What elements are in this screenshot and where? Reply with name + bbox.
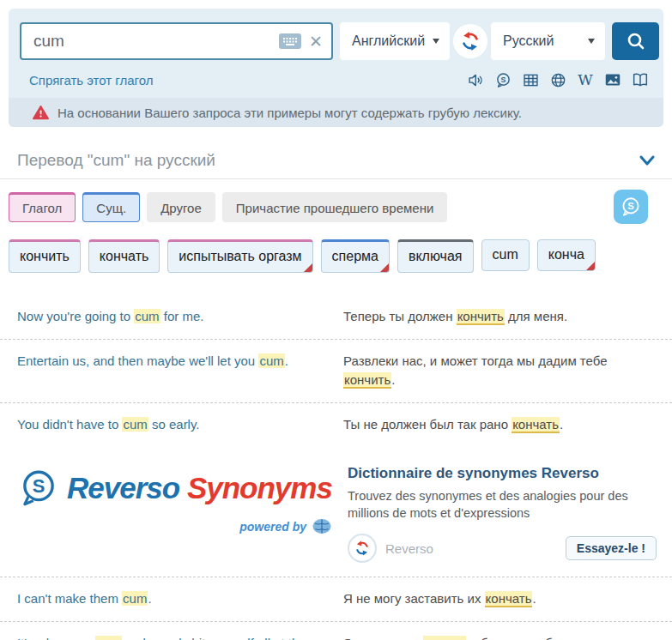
ad-content-block: Dictionnaire de synonymes Reverso Trouve…: [348, 463, 660, 563]
volume-icon[interactable]: [466, 70, 485, 89]
text: You didn't have to: [17, 417, 122, 432]
virtual-keyboard-icon[interactable]: [279, 33, 301, 49]
search-box: ✕: [20, 22, 333, 60]
text: Entertain us, and then maybe we'll let y…: [17, 353, 258, 368]
synonyms-app-button[interactable]: S: [614, 190, 648, 224]
example-source: It's when you cum, puke and shit yoursel…: [17, 634, 343, 640]
example-target: Это когда ты кончил, облевал и обосрался…: [343, 634, 660, 640]
highlighted-translation[interactable]: кончать: [512, 417, 560, 433]
translation-chip[interactable]: cum: [481, 239, 530, 271]
example-row: I can't make them cum. Я не могу застави…: [0, 577, 672, 621]
example-source: Now you're going to cum for me.: [17, 307, 343, 327]
chevron-down-icon: [588, 39, 595, 44]
tab-other[interactable]: Другое: [147, 192, 215, 222]
search-icon: [626, 31, 646, 51]
tools-row: Спрягать этот глагол S: [9, 60, 663, 98]
highlighted-term[interactable]: cum: [122, 591, 148, 606]
reverso-circle-icon: [348, 534, 377, 563]
logo-reverso: Reverso: [67, 471, 179, 504]
web-globe-icon[interactable]: [548, 70, 567, 89]
tab-verb[interactable]: Глагол: [9, 192, 76, 222]
example-row: Now you're going to cum for me. Теперь т…: [0, 295, 672, 339]
translation-chip[interactable]: включая: [397, 239, 474, 273]
text: .: [391, 372, 395, 387]
highlighted-term[interactable]: cum: [134, 309, 160, 323]
example-target: Я не могу заставить их кончать.: [343, 589, 660, 609]
translation-chip[interactable]: кончить: [9, 239, 81, 273]
ad-brand-name: Reverso: [385, 541, 433, 556]
highlighted-translation[interactable]: кончил: [423, 636, 466, 640]
collapse-section-button[interactable]: [638, 153, 657, 168]
translation-section-header: Перевод "cum" на русский: [0, 136, 672, 179]
highlighted-term[interactable]: cum: [258, 353, 284, 368]
svg-text:S: S: [33, 475, 45, 497]
example-row: You didn't have to cum so early. Ты не д…: [0, 403, 672, 447]
powered-by-row: powered by: [17, 518, 332, 534]
example-target: Развлеки нас, и может тогда мы дадим теб…: [343, 352, 660, 390]
target-language-select[interactable]: Русский: [491, 22, 605, 60]
examples-bottom: I can't make them cum. Я не могу застави…: [0, 577, 672, 640]
ad-brand: Reverso: [348, 534, 433, 563]
ad-bottom-row: Reverso Essayez-le !: [348, 534, 660, 563]
text: .: [285, 353, 288, 368]
highlighted-translation[interactable]: кончить: [343, 372, 391, 389]
example-target: Теперь ты должен кончить для меня.: [343, 307, 660, 327]
swap-languages-button[interactable]: [453, 24, 487, 58]
tab-noun[interactable]: Сущ.: [82, 192, 140, 222]
synonyms-ad-banner[interactable]: S Reverso Synonyms powered by Dictionnai…: [0, 446, 672, 577]
search-button[interactable]: [612, 22, 659, 60]
highlighted-translation[interactable]: кончать: [485, 591, 533, 607]
synonyms-bubble-icon: S: [618, 194, 644, 220]
search-row: ✕ Английский Русский: [9, 22, 663, 60]
powered-by-label: powered by: [239, 520, 306, 534]
images-icon[interactable]: [603, 70, 622, 89]
text: Я не могу заставить их: [343, 591, 485, 606]
translation-chip[interactable]: испытывать оргазм: [167, 239, 312, 273]
example-row: Entertain us, and then maybe we'll let y…: [0, 340, 672, 402]
ad-heading: Dictionnaire de synonymes Reverso: [348, 465, 660, 482]
wikipedia-icon[interactable]: W: [576, 70, 595, 89]
toolbar-icon-strip: S W: [466, 70, 650, 89]
logo-synonyms: Synonyms: [187, 471, 332, 504]
source-language-label: Английский: [352, 33, 425, 49]
table-icon[interactable]: [521, 70, 540, 89]
section-title: Перевод "cum" на русский: [17, 151, 215, 170]
example-target: Ты не должен был так рано кончать.: [343, 415, 660, 435]
highlighted-term[interactable]: cum: [95, 636, 121, 640]
example-source: I can't make them cum.: [17, 589, 343, 609]
highlighted-translation[interactable]: кончить: [457, 309, 505, 325]
chevron-down-icon: [433, 39, 439, 44]
synonyms-bubble-icon[interactable]: S: [493, 70, 512, 89]
translation-chip[interactable]: сперма: [321, 239, 390, 273]
tab-past-participle[interactable]: Причастие прошедшего времени: [222, 192, 448, 222]
dictionary-book-icon[interactable]: [631, 70, 650, 89]
text: Ты не должен был так рано: [343, 417, 512, 432]
text: .: [560, 417, 563, 432]
source-language-select[interactable]: Английский: [340, 22, 450, 60]
translation-chips: кончить кончать испытывать оргазм сперма…: [0, 224, 672, 285]
brain-icon: [312, 518, 332, 534]
translation-chip[interactable]: конча: [537, 239, 596, 271]
text: .: [532, 591, 536, 606]
translation-chip[interactable]: кончать: [88, 239, 160, 273]
highlighted-term[interactable]: cum: [122, 417, 148, 432]
pos-filter-tabs: Глагол Сущ. Другое Причастие прошедшего …: [0, 179, 672, 224]
example-source: Entertain us, and then maybe we'll let y…: [17, 352, 343, 390]
ad-body: Trouvez des synonymes et des analogies p…: [348, 488, 648, 522]
text: Теперь ты должен: [343, 309, 457, 323]
rude-content-warning: На основании Вашего запроса эти примеры …: [9, 98, 663, 127]
svg-text:S: S: [627, 201, 634, 211]
text: It's when you: [17, 636, 95, 640]
text: so early.: [148, 417, 200, 432]
text: Развлеки нас, и может тогда мы дадим теб…: [343, 353, 608, 368]
logo-row: S Reverso Synonyms: [17, 467, 348, 510]
try-it-button[interactable]: Essayez-le !: [566, 536, 657, 560]
example-row: It's when you cum, puke and shit yoursel…: [0, 622, 672, 640]
search-input[interactable]: [33, 32, 279, 51]
ad-logo-block: S Reverso Synonyms powered by: [17, 463, 348, 563]
logo-text: Reverso Synonyms: [67, 471, 332, 505]
text: I can't make them: [17, 591, 122, 606]
text: for me.: [160, 309, 204, 323]
conjugate-verb-link[interactable]: Спрягать этот глагол: [29, 73, 153, 88]
clear-search-icon[interactable]: ✕: [309, 33, 323, 50]
